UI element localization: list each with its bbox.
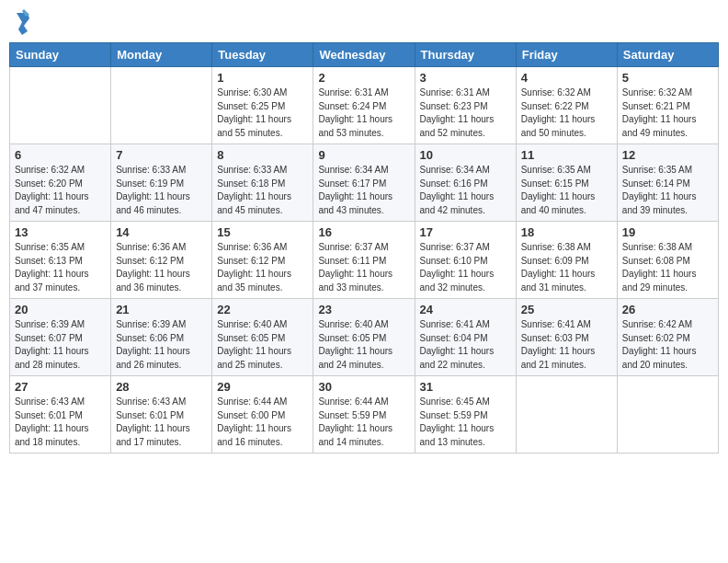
calendar-cell: 23Sunrise: 6:40 AM Sunset: 6:05 PM Dayli…	[313, 299, 415, 376]
calendar-cell: 28Sunrise: 6:43 AM Sunset: 6:01 PM Dayli…	[111, 376, 212, 454]
calendar-cell: 19Sunrise: 6:38 AM Sunset: 6:08 PM Dayli…	[617, 222, 718, 299]
day-info: Sunrise: 6:33 AM Sunset: 6:19 PM Dayligh…	[116, 164, 207, 217]
day-number: 25	[521, 303, 612, 316]
day-info: Sunrise: 6:45 AM Sunset: 5:59 PM Dayligh…	[420, 396, 511, 449]
calendar-cell: 14Sunrise: 6:36 AM Sunset: 6:12 PM Dayli…	[111, 222, 212, 299]
day-number: 23	[318, 303, 409, 316]
day-number: 5	[622, 71, 713, 85]
day-info: Sunrise: 6:37 AM Sunset: 6:10 PM Dayligh…	[420, 241, 511, 294]
calendar-cell: 31Sunrise: 6:45 AM Sunset: 5:59 PM Dayli…	[415, 376, 516, 454]
day-info: Sunrise: 6:38 AM Sunset: 6:08 PM Dayligh…	[622, 241, 713, 294]
day-info: Sunrise: 6:35 AM Sunset: 6:14 PM Dayligh…	[622, 164, 713, 217]
day-info: Sunrise: 6:41 AM Sunset: 6:04 PM Dayligh…	[420, 318, 511, 372]
day-number: 18	[521, 225, 612, 239]
calendar-cell: 24Sunrise: 6:41 AM Sunset: 6:04 PM Dayli…	[415, 299, 516, 376]
calendar-cell: 5Sunrise: 6:32 AM Sunset: 6:21 PM Daylig…	[617, 67, 718, 144]
calendar-cell: 30Sunrise: 6:44 AM Sunset: 5:59 PM Dayli…	[313, 376, 415, 454]
day-info: Sunrise: 6:34 AM Sunset: 6:17 PM Dayligh…	[318, 164, 409, 217]
calendar-header-row: SundayMondayTuesdayWednesdayThursdayFrid…	[10, 43, 719, 67]
day-number: 11	[521, 148, 612, 162]
day-number: 20	[15, 303, 106, 316]
day-header-tuesday: Tuesday	[212, 43, 313, 67]
logo	[13, 9, 31, 35]
day-number: 29	[217, 380, 308, 394]
calendar-cell: 7Sunrise: 6:33 AM Sunset: 6:19 PM Daylig…	[111, 144, 212, 222]
day-number: 26	[622, 303, 713, 316]
day-info: Sunrise: 6:31 AM Sunset: 6:23 PM Dayligh…	[420, 86, 511, 140]
calendar-cell: 3Sunrise: 6:31 AM Sunset: 6:23 PM Daylig…	[415, 67, 516, 144]
day-header-monday: Monday	[111, 43, 212, 67]
calendar-week-2: 6Sunrise: 6:32 AM Sunset: 6:20 PM Daylig…	[10, 144, 719, 222]
day-info: Sunrise: 6:32 AM Sunset: 6:20 PM Dayligh…	[15, 164, 106, 217]
calendar-cell: 2Sunrise: 6:31 AM Sunset: 6:24 PM Daylig…	[313, 67, 415, 144]
calendar-cell	[617, 376, 718, 454]
day-info: Sunrise: 6:44 AM Sunset: 6:00 PM Dayligh…	[217, 396, 308, 449]
calendar-cell: 8Sunrise: 6:33 AM Sunset: 6:18 PM Daylig…	[212, 144, 313, 222]
calendar-cell: 16Sunrise: 6:37 AM Sunset: 6:11 PM Dayli…	[313, 222, 415, 299]
day-info: Sunrise: 6:43 AM Sunset: 6:01 PM Dayligh…	[15, 396, 106, 449]
day-number: 31	[420, 380, 511, 394]
day-info: Sunrise: 6:41 AM Sunset: 6:03 PM Dayligh…	[521, 318, 612, 372]
day-header-wednesday: Wednesday	[313, 43, 415, 67]
day-info: Sunrise: 6:43 AM Sunset: 6:01 PM Dayligh…	[116, 396, 207, 449]
calendar-cell: 22Sunrise: 6:40 AM Sunset: 6:05 PM Dayli…	[212, 299, 313, 376]
day-number: 17	[420, 225, 511, 239]
calendar-cell: 4Sunrise: 6:32 AM Sunset: 6:22 PM Daylig…	[516, 67, 617, 144]
day-info: Sunrise: 6:39 AM Sunset: 6:07 PM Dayligh…	[15, 318, 106, 372]
day-number: 12	[622, 148, 713, 162]
day-number: 28	[116, 380, 207, 394]
day-header-friday: Friday	[516, 43, 617, 67]
day-number: 8	[217, 148, 308, 162]
day-number: 30	[318, 380, 409, 394]
day-info: Sunrise: 6:36 AM Sunset: 6:12 PM Dayligh…	[116, 241, 207, 294]
day-number: 24	[420, 303, 511, 316]
day-number: 14	[116, 225, 207, 239]
calendar-cell: 27Sunrise: 6:43 AM Sunset: 6:01 PM Dayli…	[10, 376, 111, 454]
day-info: Sunrise: 6:39 AM Sunset: 6:06 PM Dayligh…	[116, 318, 207, 372]
calendar-table: SundayMondayTuesdayWednesdayThursdayFrid…	[9, 42, 719, 454]
day-number: 21	[116, 303, 207, 316]
day-number: 10	[420, 148, 511, 162]
day-header-sunday: Sunday	[10, 43, 111, 67]
calendar-cell: 15Sunrise: 6:36 AM Sunset: 6:12 PM Dayli…	[212, 222, 313, 299]
calendar-week-4: 20Sunrise: 6:39 AM Sunset: 6:07 PM Dayli…	[10, 299, 719, 376]
calendar-cell: 10Sunrise: 6:34 AM Sunset: 6:16 PM Dayli…	[415, 144, 516, 222]
day-number: 27	[15, 380, 106, 394]
day-number: 13	[15, 225, 106, 239]
day-number: 2	[318, 71, 409, 85]
day-number: 9	[318, 148, 409, 162]
calendar-cell: 11Sunrise: 6:35 AM Sunset: 6:15 PM Dayli…	[516, 144, 617, 222]
calendar-week-5: 27Sunrise: 6:43 AM Sunset: 6:01 PM Dayli…	[10, 376, 719, 454]
day-info: Sunrise: 6:38 AM Sunset: 6:09 PM Dayligh…	[521, 241, 612, 294]
day-info: Sunrise: 6:31 AM Sunset: 6:24 PM Dayligh…	[318, 86, 409, 140]
calendar-cell: 1Sunrise: 6:30 AM Sunset: 6:25 PM Daylig…	[212, 67, 313, 144]
calendar-cell: 9Sunrise: 6:34 AM Sunset: 6:17 PM Daylig…	[313, 144, 415, 222]
day-info: Sunrise: 6:40 AM Sunset: 6:05 PM Dayligh…	[217, 318, 308, 372]
calendar-cell: 25Sunrise: 6:41 AM Sunset: 6:03 PM Dayli…	[516, 299, 617, 376]
day-header-saturday: Saturday	[617, 43, 718, 67]
day-number: 3	[420, 71, 511, 85]
day-info: Sunrise: 6:33 AM Sunset: 6:18 PM Dayligh…	[217, 164, 308, 217]
calendar-cell: 17Sunrise: 6:37 AM Sunset: 6:10 PM Dayli…	[415, 222, 516, 299]
calendar-cell: 29Sunrise: 6:44 AM Sunset: 6:00 PM Dayli…	[212, 376, 313, 454]
calendar-cell: 21Sunrise: 6:39 AM Sunset: 6:06 PM Dayli…	[111, 299, 212, 376]
calendar-week-3: 13Sunrise: 6:35 AM Sunset: 6:13 PM Dayli…	[10, 222, 719, 299]
day-number: 19	[622, 225, 713, 239]
calendar-cell: 26Sunrise: 6:42 AM Sunset: 6:02 PM Dayli…	[617, 299, 718, 376]
day-number: 15	[217, 225, 308, 239]
day-number: 6	[15, 148, 106, 162]
calendar-cell: 20Sunrise: 6:39 AM Sunset: 6:07 PM Dayli…	[10, 299, 111, 376]
day-number: 7	[116, 148, 207, 162]
day-number: 4	[521, 71, 612, 85]
calendar-cell: 6Sunrise: 6:32 AM Sunset: 6:20 PM Daylig…	[10, 144, 111, 222]
day-number: 22	[217, 303, 308, 316]
calendar-week-1: 1Sunrise: 6:30 AM Sunset: 6:25 PM Daylig…	[10, 67, 719, 144]
day-number: 1	[217, 71, 308, 85]
calendar-cell	[516, 376, 617, 454]
day-info: Sunrise: 6:30 AM Sunset: 6:25 PM Dayligh…	[217, 86, 308, 140]
day-info: Sunrise: 6:35 AM Sunset: 6:15 PM Dayligh…	[521, 164, 612, 217]
day-header-thursday: Thursday	[415, 43, 516, 67]
calendar-cell: 13Sunrise: 6:35 AM Sunset: 6:13 PM Dayli…	[10, 222, 111, 299]
day-info: Sunrise: 6:40 AM Sunset: 6:05 PM Dayligh…	[318, 318, 409, 372]
day-info: Sunrise: 6:44 AM Sunset: 5:59 PM Dayligh…	[318, 396, 409, 449]
